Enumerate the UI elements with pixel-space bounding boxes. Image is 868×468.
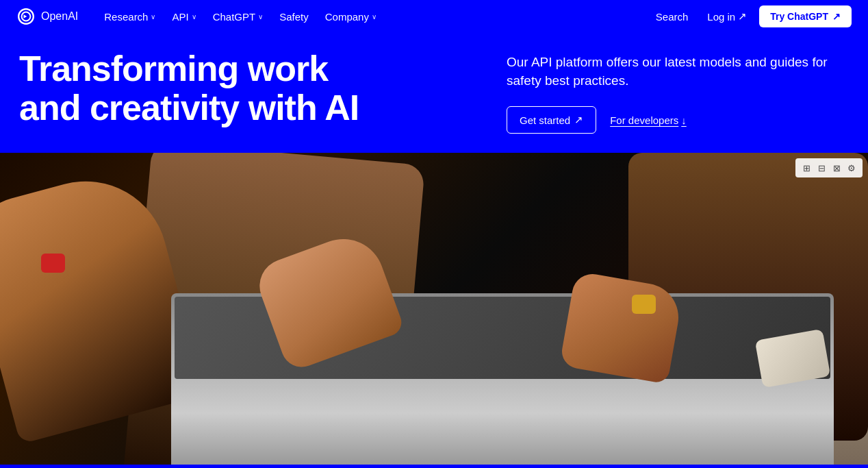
toolbar-icon-3[interactable]: ⊠ — [830, 161, 843, 175]
chevron-down-icon: ∨ — [192, 13, 196, 21]
nav-links: Research ∨ API ∨ ChatGPT ∨ Safety Compan… — [97, 7, 383, 27]
hero-title: Transforming work and creativity with AI — [19, 49, 375, 127]
nav-left: OpenAI Research ∨ API ∨ ChatGPT ∨ Safety… — [16, 7, 383, 27]
toolbar-settings-icon[interactable]: ⚙ — [845, 161, 858, 175]
hero-photo — [0, 153, 868, 465]
nav-right: Search Log in ↗ Try ChatGPT ↗ — [649, 5, 852, 27]
try-chatgpt-button[interactable]: Try ChatGPT ↗ — [759, 5, 852, 27]
hero-buttons: Get started ↗ For developers ↓ — [507, 106, 849, 134]
logo-text: OpenAI — [41, 10, 78, 23]
hero-right: Our API platform offers our latest model… — [507, 49, 849, 134]
get-started-button[interactable]: Get started ↗ — [507, 106, 596, 134]
hero-section: Transforming work and creativity with AI… — [0, 33, 868, 153]
hero-image-section: ⊞ ⊟ ⊠ ⚙ — [0, 153, 868, 465]
watch-left — [41, 254, 65, 273]
logo[interactable]: OpenAI — [16, 7, 78, 26]
nav-link-company[interactable]: Company ∨ — [318, 7, 383, 27]
chevron-down-icon: ∨ — [372, 13, 376, 21]
nav-link-safety[interactable]: Safety — [272, 7, 316, 27]
arrow-icon: ↗ — [832, 11, 841, 22]
toolbar-icon-2[interactable]: ⊟ — [815, 161, 828, 175]
hero-left: Transforming work and creativity with AI — [19, 49, 479, 127]
nav-link-api[interactable]: API ∨ — [165, 7, 203, 27]
chevron-down-icon: ∨ — [258, 13, 263, 21]
for-developers-button[interactable]: For developers ↓ — [610, 114, 687, 126]
search-button[interactable]: Search — [649, 7, 695, 27]
arrow-icon: ↗ — [574, 114, 583, 126]
hero-description: Our API platform offers our latest model… — [507, 53, 849, 90]
chevron-down-icon: ∨ — [151, 13, 155, 21]
openai-logo-icon — [16, 7, 36, 26]
external-link-icon: ↗ — [738, 10, 747, 23]
arrow-down-icon: ↓ — [681, 114, 687, 126]
image-toolbar: ⊞ ⊟ ⊠ ⚙ — [795, 158, 863, 177]
login-button[interactable]: Log in ↗ — [700, 6, 754, 27]
nav-link-research[interactable]: Research ∨ — [97, 7, 162, 27]
navbar: OpenAI Research ∨ API ∨ ChatGPT ∨ Safety… — [0, 0, 868, 33]
toolbar-icon-1[interactable]: ⊞ — [800, 161, 813, 175]
nav-link-chatgpt[interactable]: ChatGPT ∨ — [206, 7, 270, 27]
watch-right — [632, 295, 656, 314]
